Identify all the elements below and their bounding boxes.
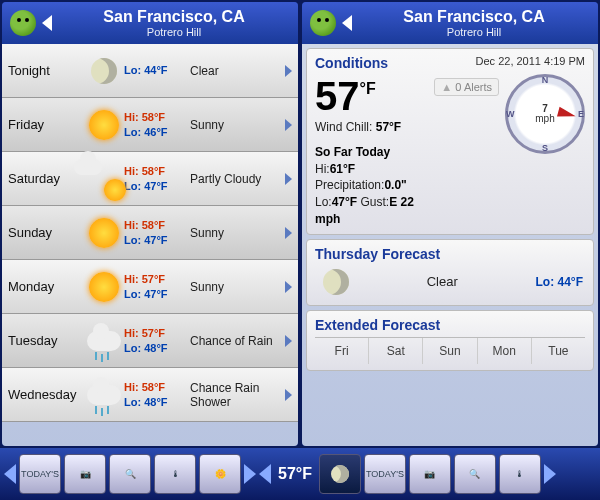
windchill-value: 57°F (376, 120, 401, 134)
forecast-day: Sunday (8, 225, 84, 240)
sun-icon (89, 218, 119, 248)
forecast-condition: Partly Cloudy (186, 172, 285, 186)
moon-icon (323, 269, 349, 295)
extended-day[interactable]: Fri (315, 338, 369, 364)
forecast-lo: Lo: 47°F (124, 233, 186, 247)
forecast-row[interactable]: SaturdayHi: 58°FLo: 47°FPartly Cloudy (2, 152, 298, 206)
extended-day[interactable]: Mon (478, 338, 532, 364)
toolbar-todays2-icon[interactable]: TODAY'S (364, 454, 406, 494)
forecast-hi: Hi: 58°F (124, 380, 186, 394)
forecast-condition: Sunny (186, 226, 285, 240)
extended-day[interactable]: Sun (423, 338, 477, 364)
forecast-day: Tonight (8, 63, 84, 78)
forecast-list: TonightLo: 44°FClearFridayHi: 58°FLo: 46… (2, 44, 298, 446)
nav-left-icon[interactable] (4, 464, 16, 484)
back-arrow-icon[interactable] (342, 15, 352, 31)
extended-day[interactable]: Tue (532, 338, 585, 364)
location-subtitle: Potrero Hill (58, 26, 290, 38)
sun-icon (89, 272, 119, 302)
sofar-precip: 0.0" (384, 178, 406, 192)
weatherbug-logo-icon[interactable] (310, 10, 336, 36)
weatherbug-logo-icon[interactable] (10, 10, 36, 36)
forecast-day: Saturday (8, 171, 84, 186)
forecast-row[interactable]: SundayHi: 58°FLo: 47°FSunny (2, 206, 298, 260)
extended-title: Extended Forecast (315, 317, 585, 333)
toolbar-flower-icon[interactable]: 🌼 (199, 454, 241, 494)
toolbar-todays-icon[interactable]: TODAY'S (19, 454, 61, 494)
extended-forecast-panel: Extended Forecast FriSatSunMonTue (306, 310, 594, 371)
forecast-lo: Lo: 47°F (124, 179, 186, 193)
today-forecast-title: Thursday Forecast (315, 246, 585, 262)
extended-day[interactable]: Sat (369, 338, 423, 364)
toolbar-camera2-icon[interactable]: 🔍 (454, 454, 496, 494)
forecast-hi: Hi: 58°F (124, 164, 186, 178)
chevron-right-icon (285, 173, 292, 185)
forecast-lo: Lo: 48°F (124, 341, 186, 355)
compass-needle-icon (557, 107, 577, 121)
today-lo: Lo: 44°F (536, 275, 583, 289)
conditions-panel: Conditions Dec 22, 2011 4:19 PM 57°F Win… (306, 48, 594, 235)
alerts-button[interactable]: 0 Alerts (434, 78, 499, 96)
forecast-day: Wednesday (8, 387, 84, 402)
chevron-right-icon (285, 227, 292, 239)
today-cond: Clear (361, 274, 524, 289)
back-arrow-icon[interactable] (42, 15, 52, 31)
today-forecast-panel[interactable]: Thursday Forecast Clear Lo: 44°F (306, 239, 594, 306)
header-right: San Francisco, CA Potrero Hill (302, 2, 598, 44)
forecast-day: Monday (8, 279, 84, 294)
chevron-right-icon (285, 119, 292, 131)
forecast-lo: Lo: 46°F (124, 125, 186, 139)
forecast-hi: Hi: 57°F (124, 272, 186, 286)
rain-icon (87, 385, 121, 405)
forecast-lo: Lo: 48°F (124, 395, 186, 409)
forecast-condition: Chance of Rain (186, 334, 285, 348)
forecast-row[interactable]: WednesdayHi: 58°FLo: 48°FChance Rain Sho… (2, 368, 298, 422)
extended-days: FriSatSunMonTue (315, 337, 585, 364)
forecast-row[interactable]: MondayHi: 57°FLo: 47°FSunny (2, 260, 298, 314)
wind-compass: N S E W 7mph (505, 74, 585, 154)
toolbar-photos-icon[interactable]: 📷 (64, 454, 106, 494)
toolbar-temp: 57°F (274, 465, 316, 483)
temp-unit: °F (360, 80, 376, 97)
timestamp: Dec 22, 2011 4:19 PM (476, 55, 585, 74)
sun-icon (89, 110, 119, 140)
forecast-hi: Hi: 58°F (124, 218, 186, 232)
sofar-lo: 47°F (332, 195, 357, 209)
forecast-condition: Sunny (186, 118, 285, 132)
forecast-hi: Hi: 58°F (124, 110, 186, 124)
header-left: San Francisco, CA Potrero Hill (2, 2, 298, 44)
nav-right-icon[interactable] (544, 464, 556, 484)
nav-right-icon[interactable] (244, 464, 256, 484)
moon-icon (91, 58, 117, 84)
conditions-screen: San Francisco, CA Potrero Hill Condition… (302, 2, 598, 446)
chevron-right-icon (285, 65, 292, 77)
forecast-day: Tuesday (8, 333, 84, 348)
toolbar-thermo-icon[interactable]: 🌡 (154, 454, 196, 494)
toolbar-camera-icon[interactable]: 🔍 (109, 454, 151, 494)
forecast-condition: Clear (186, 64, 285, 78)
sofar-hi: 61°F (330, 162, 355, 176)
sofar-label: So Far Today (315, 145, 390, 159)
toolbar-photos2-icon[interactable]: 📷 (409, 454, 451, 494)
toolbar-moon-icon[interactable] (319, 454, 361, 494)
forecast-row[interactable]: FridayHi: 58°FLo: 46°FSunny (2, 98, 298, 152)
location-subtitle: Potrero Hill (358, 26, 590, 38)
toolbar-thermo2-icon[interactable]: 🌡 (499, 454, 541, 494)
forecast-screen: San Francisco, CA Potrero Hill TonightLo… (2, 2, 298, 446)
forecast-lo: Lo: 47°F (124, 287, 186, 301)
location-title[interactable]: San Francisco, CA (358, 8, 590, 26)
chevron-right-icon (285, 281, 292, 293)
chevron-right-icon (285, 389, 292, 401)
forecast-row[interactable]: TonightLo: 44°FClear (2, 44, 298, 98)
forecast-condition: Sunny (186, 280, 285, 294)
forecast-row[interactable]: TuesdayHi: 57°FLo: 48°FChance of Rain (2, 314, 298, 368)
forecast-hi: Hi: 57°F (124, 326, 186, 340)
rain-icon (87, 331, 121, 351)
nav-left-icon[interactable] (259, 464, 271, 484)
forecast-lo: Lo: 44°F (124, 63, 186, 77)
bottom-toolbar: TODAY'S 📷 🔍 🌡 🌼 57°F TODAY'S 📷 🔍 🌡 (0, 448, 600, 500)
forecast-day: Friday (8, 117, 84, 132)
location-title[interactable]: San Francisco, CA (58, 8, 290, 26)
conditions-title: Conditions (315, 55, 388, 71)
forecast-condition: Chance Rain Shower (186, 381, 285, 409)
